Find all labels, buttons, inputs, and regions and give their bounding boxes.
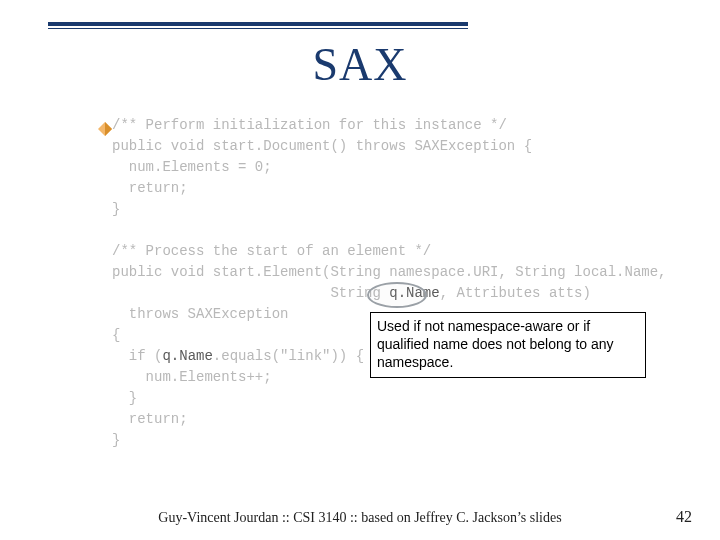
code-line: } — [112, 432, 120, 448]
code-line: if (q.Name.equals("link")) { — [112, 348, 364, 364]
bullet-icon — [98, 122, 112, 136]
code-frag: .equals("link")) { — [213, 348, 364, 364]
title-rule-thin — [48, 28, 468, 29]
code-line: /** Process the start of an element */ — [112, 243, 431, 259]
highlight-qname: q.Name — [389, 285, 439, 301]
code-line: { — [112, 327, 120, 343]
code-line: return; — [112, 411, 188, 427]
title-rule-thick — [48, 22, 468, 26]
code-frag: if ( — [112, 348, 162, 364]
code-line: return; — [112, 180, 188, 196]
code-line: public void start.Document() throws SAXE… — [112, 138, 532, 154]
code-line: } — [112, 390, 137, 406]
callout-text: Used if not namespace-aware or if qualif… — [370, 312, 646, 378]
code-line: public void start.Element(String namespa… — [112, 264, 667, 280]
code-line: num.Elements++; — [112, 369, 272, 385]
code-line: String q.Name, Attributes atts) — [112, 285, 591, 301]
code-line: throws SAXException — [112, 306, 288, 322]
code-block: /** Perform initialization for this inst… — [112, 115, 667, 451]
svg-marker-1 — [105, 122, 112, 136]
code-line: } — [112, 201, 120, 217]
code-line: /** Perform initialization for this inst… — [112, 117, 507, 133]
highlight-qname-use: q.Name — [162, 348, 212, 364]
code-tail: , Attributes atts) — [440, 285, 591, 301]
page-number: 42 — [676, 508, 692, 526]
footer-text: Guy-Vincent Jourdan :: CSI 3140 :: based… — [0, 510, 720, 526]
slide-title: SAX — [0, 38, 720, 91]
code-indent: String — [112, 285, 389, 301]
code-line: num.Elements = 0; — [112, 159, 272, 175]
